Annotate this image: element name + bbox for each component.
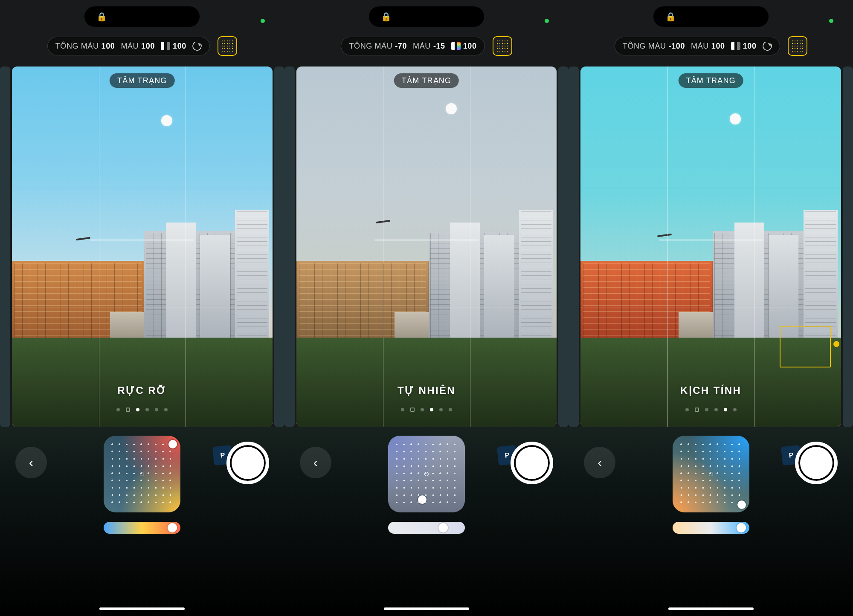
tone-param[interactable]: TÔNG MÀU-100	[623, 42, 685, 51]
intensity-param[interactable]: 100	[161, 42, 186, 51]
page-dot[interactable]	[126, 408, 130, 412]
mood-chip[interactable]: TÂM TRẠNG	[678, 73, 743, 88]
style-page-dots[interactable]	[401, 408, 452, 412]
next-style-peek[interactable]	[843, 67, 853, 427]
tone-color-pad[interactable]	[104, 436, 180, 512]
dynamic-island: 🔒	[653, 6, 769, 27]
intensity-value: 100	[463, 42, 477, 51]
page-dot[interactable]	[439, 408, 443, 411]
tone-value: -100	[669, 42, 685, 51]
intensity-slider[interactable]	[388, 522, 465, 534]
camera-indicator-dot	[829, 19, 833, 23]
params-row: TÔNG MÀU-100MÀU100100	[569, 35, 853, 57]
level-indicator	[659, 240, 763, 240]
page-dot[interactable]	[164, 408, 168, 411]
home-indicator[interactable]	[99, 607, 185, 610]
shutter-button[interactable]	[511, 442, 553, 484]
building	[519, 210, 553, 342]
controls-area: P‹	[0, 427, 284, 616]
page-dot[interactable]	[685, 408, 689, 411]
styles-grid-icon	[221, 40, 234, 52]
reset-icon[interactable]	[761, 40, 773, 52]
color-param[interactable]: MÀU100	[121, 42, 155, 51]
color-param[interactable]: MÀU100	[691, 42, 725, 51]
page-dot[interactable]	[705, 408, 708, 411]
prev-style-peek[interactable]	[0, 67, 10, 427]
viewfinder[interactable]: TÂM TRẠNGRỰC RỠ	[12, 67, 273, 427]
styles-toggle-button[interactable]	[493, 36, 512, 56]
page-dot[interactable]	[714, 408, 718, 411]
params-pill[interactable]: TÔNG MÀU-100MÀU100100	[615, 37, 780, 55]
page-dot[interactable]	[155, 408, 158, 411]
page-dot[interactable]	[116, 408, 120, 411]
home-indicator[interactable]	[668, 607, 754, 610]
ground	[296, 338, 557, 427]
slider-knob[interactable]	[737, 523, 746, 532]
shutter-button[interactable]	[226, 442, 269, 484]
tone-label: TÔNG MÀU	[623, 42, 666, 51]
status-bar: 🔒	[0, 5, 284, 28]
intensity-param[interactable]: 100	[451, 42, 477, 51]
shutter-button[interactable]	[795, 442, 838, 484]
ground	[12, 338, 273, 427]
color-param[interactable]: MÀU-15	[413, 42, 445, 51]
moon	[161, 115, 172, 126]
color-label: MÀU	[121, 42, 139, 51]
tone-label: TÔNG MÀU	[55, 42, 99, 51]
home-indicator[interactable]	[384, 607, 469, 610]
viewfinder-wrap: TÂM TRẠNGTỰ NHIÊN	[296, 67, 557, 427]
level-indicator	[90, 240, 194, 240]
pad-thumb[interactable]	[737, 500, 746, 509]
style-name-label: RỰC RỠ	[117, 385, 167, 396]
controls-area: P‹	[569, 427, 853, 616]
page-dot[interactable]	[695, 408, 699, 412]
prev-style-peek[interactable]	[569, 67, 579, 427]
pad-thumb[interactable]	[168, 440, 177, 448]
style-page-dots[interactable]	[116, 408, 168, 412]
intensity-slider[interactable]	[673, 522, 749, 534]
params-row: TÔNG MÀU100MÀU100100	[0, 35, 284, 57]
page-dot[interactable]	[449, 408, 452, 411]
focus-exposure-box[interactable]	[780, 326, 831, 367]
page-dot[interactable]	[724, 408, 727, 411]
style-name-label: KỊCH TÍNH	[680, 385, 741, 396]
color-value: 100	[711, 42, 725, 51]
page-dot[interactable]	[401, 408, 404, 411]
back-button[interactable]: ‹	[584, 447, 615, 478]
styles-toggle-button[interactable]	[788, 36, 807, 56]
next-style-peek[interactable]	[558, 67, 569, 427]
pad-thumb[interactable]	[418, 495, 426, 504]
mood-chip[interactable]: TÂM TRẠNG	[394, 73, 459, 88]
params-pill[interactable]: TÔNG MÀU-70MÀU-15100	[341, 37, 485, 55]
tone-param[interactable]: TÔNG MÀU100	[55, 42, 115, 51]
bw-icon	[731, 42, 740, 50]
page-dot[interactable]	[145, 408, 149, 411]
pad-center-marker	[140, 472, 144, 476]
viewfinder[interactable]: TÂM TRẠNGTỰ NHIÊN	[296, 67, 557, 427]
reset-icon[interactable]	[191, 40, 203, 52]
page-dot[interactable]	[733, 408, 737, 411]
mood-chip[interactable]: TÂM TRẠNG	[110, 73, 174, 88]
intensity-slider[interactable]	[104, 522, 180, 534]
tone-param[interactable]: TÔNG MÀU-70	[349, 42, 407, 51]
params-pill[interactable]: TÔNG MÀU100MÀU100100	[47, 37, 210, 55]
style-page-dots[interactable]	[685, 408, 737, 412]
tone-color-pad[interactable]	[673, 436, 749, 512]
back-button[interactable]: ‹	[300, 447, 331, 478]
moon	[446, 103, 457, 114]
page-dot[interactable]	[421, 408, 424, 411]
page-dot[interactable]	[410, 408, 415, 412]
back-button[interactable]: ‹	[15, 447, 47, 478]
slider-knob[interactable]	[438, 523, 448, 532]
page-dot[interactable]	[430, 408, 433, 411]
intensity-param[interactable]: 100	[731, 42, 757, 51]
prev-style-peek[interactable]	[284, 67, 295, 427]
page-dot[interactable]	[136, 408, 139, 411]
slider-knob[interactable]	[168, 523, 177, 532]
tone-color-pad[interactable]	[388, 436, 465, 512]
next-style-peek[interactable]	[274, 67, 284, 427]
viewfinder[interactable]: TÂM TRẠNGKỊCH TÍNH	[580, 67, 841, 427]
color-value: -15	[433, 42, 445, 51]
styles-toggle-button[interactable]	[218, 36, 237, 56]
exposure-sun-icon[interactable]	[833, 341, 839, 347]
